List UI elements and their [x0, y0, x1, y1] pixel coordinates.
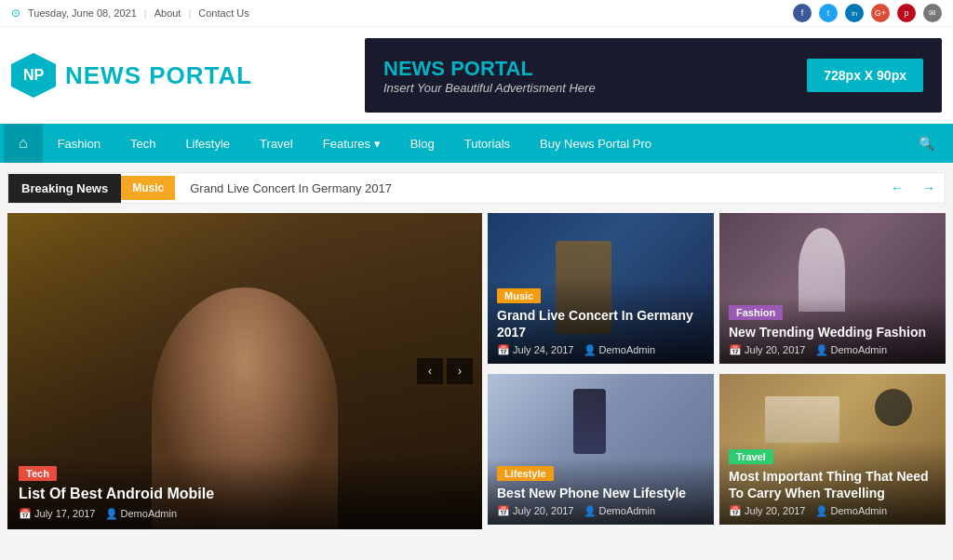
- logo-part2: PORTAL: [149, 61, 252, 89]
- ad-banner-subtitle: Insert Your Beautiful Advertisment Here: [383, 81, 596, 95]
- ad-banner-title: NEWS PORTAL: [383, 57, 596, 81]
- linkedin-icon[interactable]: in: [845, 4, 864, 22]
- nav-item-buy[interactable]: Buy News Portal Pro: [525, 126, 666, 162]
- card-main-author: 👤 DemoAdmin: [105, 508, 178, 520]
- ad-title-part1: NEWS: [383, 57, 445, 80]
- sep2: |: [188, 7, 191, 19]
- card-main-date: 📅 July 17, 2017: [19, 508, 96, 520]
- carousel-prev-button[interactable]: ‹: [417, 358, 443, 384]
- breaking-prev-button[interactable]: ←: [881, 173, 913, 203]
- main-content-grid: ‹ › Tech List Of Best Android Mobile 📅 J…: [0, 213, 953, 537]
- card-concert-title: Grand Live Concert In Germany 2017: [497, 307, 705, 340]
- nav-home-button[interactable]: ⌂: [4, 124, 43, 163]
- breaking-news-text: Grand Live Concert In Germany 2017: [175, 181, 881, 195]
- navbar: ⌂ Fashion Tech Lifestyle Travel Features…: [0, 124, 953, 163]
- card-concert-date: 📅 July 24, 2017: [497, 344, 574, 356]
- nav-item-blog[interactable]: Blog: [396, 126, 450, 162]
- ad-banner[interactable]: NEWS PORTAL Insert Your Beautiful Advert…: [365, 38, 942, 113]
- card-wedding-meta: 📅 July 20, 2017 👤 DemoAdmin: [729, 344, 936, 356]
- card-main-overlay: Tech List Of Best Android Mobile 📅 July …: [7, 456, 482, 529]
- nav-item-travel[interactable]: Travel: [245, 126, 308, 162]
- card-travel-meta: 📅 July 20, 2017 👤 DemoAdmin: [729, 505, 936, 517]
- card-wedding-tag: Fashion: [729, 305, 783, 320]
- nav-item-fashion[interactable]: Fashion: [43, 126, 115, 162]
- card-travel-title: Most Important Thing That Need To Carry …: [729, 468, 936, 501]
- card-wedding-overlay: Fashion New Trending Wedding Fashion 📅 J…: [719, 297, 946, 364]
- card-wedding-date: 📅 July 20, 2017: [729, 344, 806, 356]
- card-phone[interactable]: Lifestyle Best New Phone New Lifestyle 📅…: [488, 374, 714, 525]
- top-bar-left: ⊙ Tuesday, June 08, 2021 | About | Conta…: [11, 7, 249, 20]
- globe-icon: ⊙: [11, 7, 20, 20]
- card-phone-title: Best New Phone New Lifestyle: [497, 485, 705, 501]
- card-phone-tag: Lifestyle: [497, 466, 554, 481]
- about-link[interactable]: About: [154, 7, 181, 19]
- ad-banner-left: NEWS PORTAL Insert Your Beautiful Advert…: [383, 57, 596, 95]
- breaking-news-tag: Music: [121, 176, 175, 200]
- carousel-next-button[interactable]: ›: [447, 358, 473, 384]
- card-phone-meta: 📅 July 20, 2017 👤 DemoAdmin: [497, 505, 705, 517]
- card-wedding[interactable]: Fashion New Trending Wedding Fashion 📅 J…: [719, 213, 946, 364]
- googleplus-icon[interactable]: G+: [871, 4, 890, 22]
- card-concert-author: 👤 DemoAdmin: [584, 344, 656, 356]
- card-travel-author: 👤 DemoAdmin: [815, 505, 888, 517]
- card-phone-date: 📅 July 20, 2017: [497, 505, 574, 517]
- facebook-icon[interactable]: f: [793, 4, 812, 22]
- ad-banner-button[interactable]: 728px X 90px: [807, 59, 923, 92]
- card-main-android[interactable]: ‹ › Tech List Of Best Android Mobile 📅 J…: [7, 213, 482, 529]
- nav-item-features[interactable]: Features ▾: [308, 126, 396, 162]
- header: NP NEWS PORTAL NEWS PORTAL Insert Your B…: [0, 27, 953, 124]
- date-label: Tuesday, June 08, 2021: [28, 7, 137, 19]
- nav-item-tech[interactable]: Tech: [115, 126, 170, 162]
- card-phone-author: 👤 DemoAdmin: [584, 505, 656, 517]
- search-icon[interactable]: 🔍: [904, 125, 949, 162]
- card-concert-meta: 📅 July 24, 2017 👤 DemoAdmin: [497, 344, 705, 356]
- ad-title-part2: PORTAL: [450, 57, 533, 80]
- breaking-news-nav: ← →: [881, 173, 945, 203]
- card-travel-tag: Travel: [729, 449, 773, 464]
- breaking-next-button[interactable]: →: [913, 173, 945, 203]
- twitter-icon[interactable]: t: [819, 4, 838, 22]
- carousel-controls: ‹ ›: [417, 358, 473, 384]
- logo-text: NEWS PORTAL: [65, 61, 252, 90]
- pinterest-icon[interactable]: p: [897, 4, 916, 22]
- logo-part1: NEWS: [65, 61, 141, 89]
- email-icon[interactable]: ✉: [923, 4, 942, 22]
- logo-area: NP NEWS PORTAL: [11, 53, 252, 98]
- card-concert-tag: Music: [497, 288, 541, 303]
- card-travel[interactable]: Travel Most Important Thing That Need To…: [719, 374, 946, 525]
- card-concert[interactable]: Music Grand Live Concert In Germany 2017…: [488, 213, 714, 364]
- card-phone-overlay: Lifestyle Best New Phone New Lifestyle 📅…: [488, 458, 714, 525]
- card-wedding-author: 👤 DemoAdmin: [815, 344, 888, 356]
- card-main-title: List Of Best Android Mobile: [19, 485, 471, 504]
- card-main-meta: 📅 July 17, 2017 👤 DemoAdmin: [19, 508, 471, 520]
- card-travel-date: 📅 July 20, 2017: [729, 505, 806, 517]
- contact-link[interactable]: Contact Us: [198, 7, 248, 19]
- top-bar: ⊙ Tuesday, June 08, 2021 | About | Conta…: [0, 0, 953, 27]
- card-main-tag: Tech: [19, 466, 57, 481]
- breaking-news-label: Breaking News: [8, 174, 121, 203]
- social-links: f t in G+ p ✉: [793, 4, 942, 22]
- card-travel-overlay: Travel Most Important Thing That Need To…: [719, 441, 946, 525]
- breaking-news-bar: Breaking News Music Grand Live Concert I…: [7, 172, 946, 204]
- nav-item-lifestyle[interactable]: Lifestyle: [170, 126, 245, 162]
- card-concert-overlay: Music Grand Live Concert In Germany 2017…: [488, 280, 714, 364]
- logo-hex: NP: [11, 53, 56, 98]
- sep1: |: [144, 7, 147, 19]
- card-wedding-title: New Trending Wedding Fashion: [729, 324, 936, 340]
- nav-item-tutorials[interactable]: Tutorials: [450, 126, 525, 162]
